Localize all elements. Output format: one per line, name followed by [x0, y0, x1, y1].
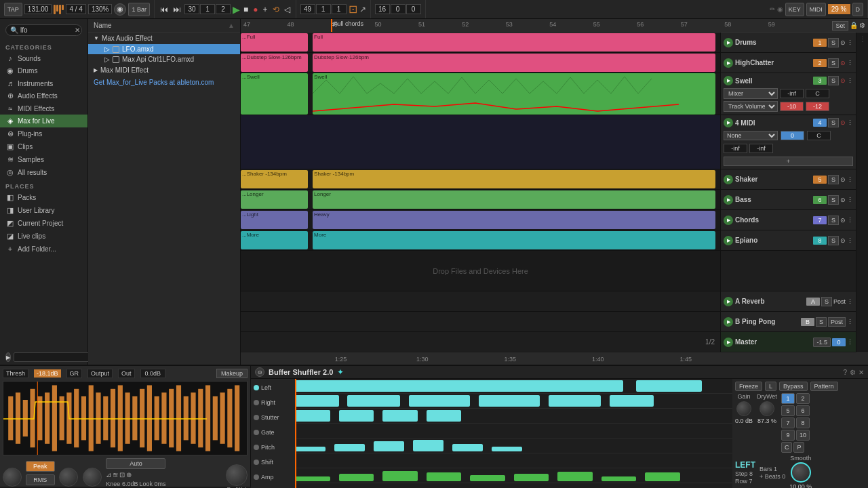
pingpong-menu-icon[interactable]: ⋮ — [847, 319, 853, 325]
midi-none-select[interactable]: None — [724, 131, 778, 140]
sidebar-item-sounds[interactable]: ♪ Sounds — [0, 52, 87, 64]
pat-4[interactable]: 6 — [796, 405, 810, 416]
bs-dot-gate[interactable] — [254, 430, 259, 435]
sidebar-item-packs[interactable]: ◧ Packs — [0, 191, 87, 204]
midi-add-btn[interactable]: + — [724, 157, 853, 166]
bs-grid[interactable] — [295, 379, 732, 488]
bs-bar-pitch-4[interactable] — [413, 440, 443, 451]
comp-icon2[interactable]: ≋ — [113, 471, 118, 479]
q-val[interactable]: 16 — [375, 4, 390, 14]
skip-back-icon[interactable]: ⏮ — [159, 5, 170, 14]
set-lock-icon[interactable]: 🔒 — [850, 22, 858, 29]
pingpong-solo-btn[interactable]: S — [816, 317, 827, 327]
pos-bar[interactable]: 30 — [184, 4, 199, 14]
epiano-clip-1[interactable]: ...More — [241, 231, 308, 249]
shaker-clip-1[interactable]: ...Shaker -134bpm — [241, 170, 308, 188]
comp-icon1[interactable]: ⊿ — [106, 471, 111, 479]
browser-item-lfo[interactable]: ▷ LFO.amxd — [88, 44, 240, 54]
stop-button[interactable]: ■ — [242, 5, 250, 14]
epiano-clip-2[interactable]: More — [313, 231, 715, 249]
makeup-label[interactable]: Makeup — [216, 369, 248, 378]
add-button[interactable]: + — [262, 5, 269, 14]
smooth-knob[interactable] — [791, 462, 811, 483]
epiano-menu-icon[interactable]: ⋮ — [847, 237, 853, 244]
bs-settings-icon[interactable]: ⚙ — [850, 369, 856, 376]
bs-dot-stutter[interactable] — [254, 415, 259, 420]
sidebar-item-audio-effects[interactable]: ⊕ Audio Effects — [0, 89, 87, 102]
swell-solo-btn[interactable]: S — [828, 76, 839, 85]
midi-solo-btn[interactable]: S — [828, 118, 839, 127]
sidebar-item-max-for-live[interactable]: ◈ Max for Live — [0, 115, 87, 127]
bs-bar-left-1[interactable] — [295, 380, 623, 392]
bypass-btn[interactable]: Bypass — [779, 382, 808, 391]
swell-play-btn[interactable]: ▶ — [724, 76, 733, 85]
pack-link[interactable]: Get Max_for_Live Packs at ableton.com — [88, 76, 240, 89]
sidebar-item-clips[interactable]: ▣ Clips — [0, 140, 87, 153]
browser-group-max-midi[interactable]: ▶ Max MIDI Effect — [88, 64, 240, 76]
C-btn[interactable]: C — [781, 442, 793, 453]
bs-bar-pitch-1[interactable] — [295, 447, 326, 451]
chords-arm-icon[interactable]: ⊙ — [840, 217, 846, 224]
bs-bar-pitch-2[interactable] — [334, 444, 365, 451]
set-settings-icon[interactable]: ⚙ — [859, 22, 865, 29]
sidebar-item-current-project[interactable]: ◩ Current Project — [0, 217, 87, 230]
bs-bar-right-3[interactable] — [409, 395, 470, 407]
bs-power-btn[interactable]: ⊙ — [255, 367, 264, 377]
L-btn[interactable]: L — [765, 382, 776, 391]
shaker-arm-icon[interactable]: ⊙ — [840, 176, 846, 183]
loop-region-icon[interactable]: ⊡ — [349, 3, 357, 16]
sidebar-item-drums[interactable]: ◉ Drums — [0, 64, 87, 77]
loop-toggle[interactable]: ⟲ — [271, 5, 281, 14]
bs-dot-right[interactable] — [254, 400, 259, 405]
master-play-btn[interactable]: ▶ — [724, 338, 733, 347]
freeze-btn[interactable]: Freeze — [735, 382, 762, 391]
bs-bar-pitch-6[interactable] — [492, 447, 522, 451]
gain-knob[interactable] — [736, 401, 751, 416]
sidebar-item-midi-effects[interactable]: ≈ MIDI Effects — [0, 102, 87, 115]
browser-item-max-api[interactable]: ▷ Max Api Ctrl1LFO.amxd — [88, 54, 240, 64]
sidebar-item-samples[interactable]: ≋ Samples — [0, 153, 87, 166]
pat-1[interactable]: 1 — [781, 393, 795, 404]
pat-7[interactable]: 9 — [781, 430, 795, 441]
midi-arm-icon[interactable]: ⊙ — [840, 119, 846, 126]
bs-dot-pitch[interactable] — [254, 445, 259, 450]
right-strip-icon[interactable]: ⋮ — [859, 35, 866, 43]
drums-menu-icon[interactable]: ⋮ — [847, 39, 853, 46]
comp-icon3[interactable]: ⊡ — [119, 471, 125, 479]
swell-mixer-select[interactable]: Mixer — [724, 88, 778, 99]
end-16th[interactable]: 1 — [332, 4, 347, 14]
chords-clip-2[interactable]: Heavy — [313, 211, 715, 229]
time-sig-display[interactable]: 4 / 4 — [66, 4, 85, 14]
metronome-button[interactable]: ◉ — [114, 3, 126, 16]
release-knob[interactable] — [83, 468, 102, 487]
skip-fwd-icon[interactable]: ⏭ — [172, 5, 182, 14]
preview-button[interactable]: ▶ — [5, 352, 11, 362]
pat-8[interactable]: 10 — [796, 430, 810, 441]
epiano-arm-icon[interactable]: ⊙ — [840, 237, 846, 244]
highchatter-clip-2[interactable]: Dubstep Slow-126bpm — [313, 54, 715, 72]
bs-bar-amp-9[interactable] — [645, 472, 680, 481]
highchatter-arm-icon[interactable]: ⊙ — [840, 60, 846, 66]
bs-bar-amp-1[interactable] — [295, 476, 330, 481]
peak-btn[interactable]: Peak — [26, 461, 55, 472]
bs-bar-right-4[interactable] — [479, 395, 540, 407]
chords-solo-btn[interactable]: S — [828, 216, 839, 225]
drums-play-btn[interactable]: ▶ — [724, 38, 733, 47]
bs-bar-stutter-3[interactable] — [382, 410, 418, 422]
bs-close-icon[interactable]: ✕ — [859, 369, 864, 376]
chords-clip-1[interactable]: ...Light — [241, 211, 308, 229]
bs-bar-right-6[interactable] — [610, 395, 654, 407]
drums-clip-1[interactable]: ...Full — [241, 33, 308, 52]
bs-bar-amp-5[interactable] — [470, 475, 505, 481]
swell-arm-icon[interactable]: ⊙ — [840, 77, 846, 84]
reverb-play-btn[interactable]: ▶ — [724, 297, 733, 306]
bs-help-icon[interactable]: ? — [843, 369, 847, 376]
bs-bar-left-2[interactable] — [636, 380, 702, 392]
bs-bar-amp-6[interactable] — [514, 474, 549, 481]
bass-menu-icon[interactable]: ⋮ — [847, 197, 853, 203]
punch-icon[interactable]: ↗ — [359, 5, 366, 14]
pat-5[interactable]: 7 — [781, 418, 795, 428]
q-16th[interactable]: 0 — [406, 4, 421, 14]
sidebar-item-plugins[interactable]: ⊗ Plug-ins — [0, 127, 87, 140]
record-button[interactable]: ● — [252, 5, 259, 14]
